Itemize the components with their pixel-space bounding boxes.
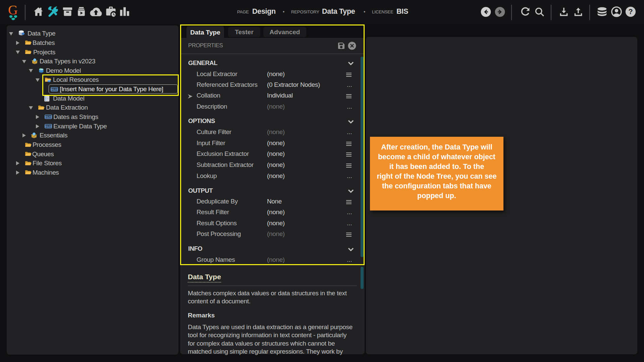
svg-text:?: ? [628, 7, 633, 16]
svg-text:G: G [8, 4, 18, 17]
